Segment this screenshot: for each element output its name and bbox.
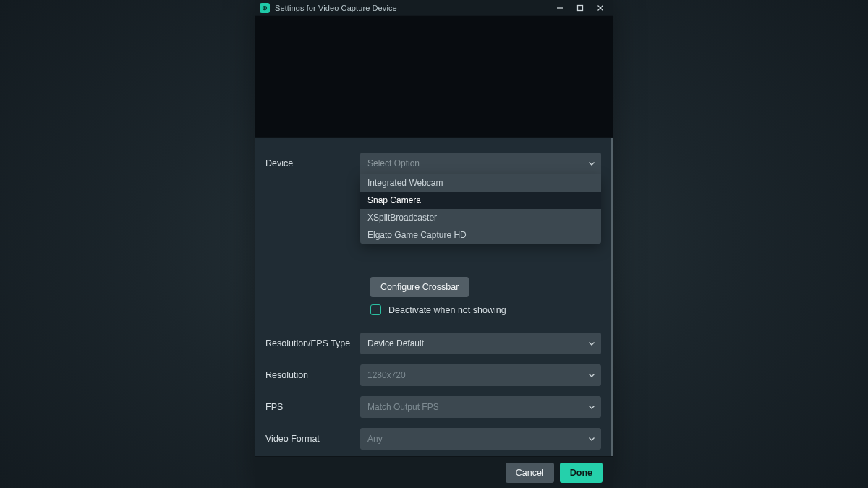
configure-crossbar-button[interactable]: Configure Crossbar xyxy=(370,277,469,297)
device-select-input[interactable] xyxy=(367,158,581,168)
video-format-value: Any xyxy=(367,434,383,444)
resolution-fps-type-value: Device Default xyxy=(367,338,424,348)
resolution-fps-type-label: Resolution/FPS Type xyxy=(265,338,360,348)
deactivate-label: Deactivate when not showing xyxy=(388,305,506,315)
device-option-snap-camera[interactable]: Snap Camera xyxy=(360,192,601,209)
cancel-button[interactable]: Cancel xyxy=(506,463,554,483)
deactivate-checkbox[interactable] xyxy=(370,304,381,315)
app-icon xyxy=(260,3,270,13)
chevron-down-icon xyxy=(588,372,595,379)
chevron-down-icon xyxy=(588,160,595,167)
device-dropdown: Integrated Webcam Snap Camera XSplitBroa… xyxy=(360,174,601,244)
dialog-footer: Cancel Done xyxy=(255,456,613,488)
video-format-select[interactable]: Any xyxy=(360,428,601,450)
maximize-button[interactable] xyxy=(575,3,585,13)
device-select[interactable] xyxy=(360,153,601,174)
fps-value: Match Output FPS xyxy=(367,402,439,412)
resolution-label: Resolution xyxy=(265,370,360,380)
titlebar: Settings for Video Capture Device xyxy=(255,0,613,16)
settings-body: Device Integrated Webcam Snap Camera XSp… xyxy=(255,138,613,456)
fps-label: FPS xyxy=(265,402,360,412)
minimize-button[interactable] xyxy=(555,3,565,13)
device-option-elgato-game-capture[interactable]: Elgato Game Capture HD xyxy=(360,226,601,244)
device-option-xsplitbroadcaster[interactable]: XSplitBroadcaster xyxy=(360,209,601,226)
resolution-fps-type-select[interactable]: Device Default xyxy=(360,333,601,354)
fps-select[interactable]: Match Output FPS xyxy=(360,396,601,418)
svg-rect-3 xyxy=(578,5,583,10)
chevron-down-icon xyxy=(588,435,595,442)
device-label: Device xyxy=(265,158,360,168)
chevron-down-icon xyxy=(588,403,595,411)
video-format-label: Video Format xyxy=(265,434,360,444)
settings-dialog: Settings for Video Capture Device Device xyxy=(255,0,613,488)
device-option-integrated-webcam[interactable]: Integrated Webcam xyxy=(360,174,601,192)
done-button[interactable]: Done xyxy=(560,463,603,483)
resolution-value: 1280x720 xyxy=(367,370,406,380)
window-controls xyxy=(555,3,610,13)
resolution-select[interactable]: 1280x720 xyxy=(360,364,601,386)
video-preview xyxy=(255,16,613,138)
chevron-down-icon xyxy=(588,340,595,347)
window-title: Settings for Video Capture Device xyxy=(275,4,397,12)
close-button[interactable] xyxy=(595,3,605,13)
svg-point-1 xyxy=(264,7,265,9)
